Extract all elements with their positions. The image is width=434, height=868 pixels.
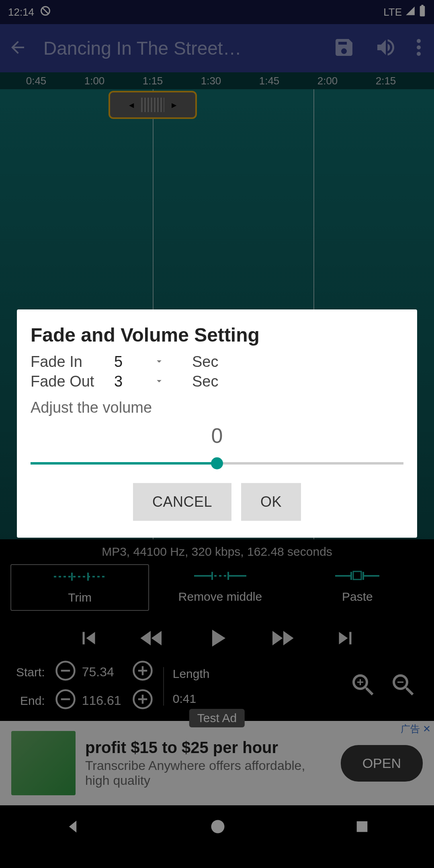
- fade-out-dropdown-icon[interactable]: [154, 373, 165, 390]
- cancel-button[interactable]: CANCEL: [133, 483, 231, 521]
- volume-value: 0: [31, 424, 403, 448]
- fade-volume-dialog: Fade and Volume Setting Fade In 5 Sec Fa…: [17, 309, 417, 538]
- fade-out-value[interactable]: 3: [114, 373, 142, 390]
- dialog-title: Fade and Volume Setting: [31, 324, 403, 346]
- fade-out-label: Fade Out: [31, 373, 103, 390]
- fade-out-unit: Sec: [192, 373, 218, 390]
- fade-in-unit: Sec: [192, 353, 218, 371]
- fade-in-dropdown-icon[interactable]: [154, 353, 165, 371]
- fade-in-value[interactable]: 5: [114, 353, 142, 371]
- slider-track-active: [31, 462, 217, 465]
- volume-slider[interactable]: [31, 451, 403, 475]
- ok-button[interactable]: OK: [241, 483, 301, 521]
- slider-track-rest: [217, 462, 403, 465]
- fade-in-label: Fade In: [31, 353, 103, 371]
- slider-thumb-icon[interactable]: [211, 457, 223, 469]
- adjust-volume-label: Adjust the volume: [31, 399, 403, 416]
